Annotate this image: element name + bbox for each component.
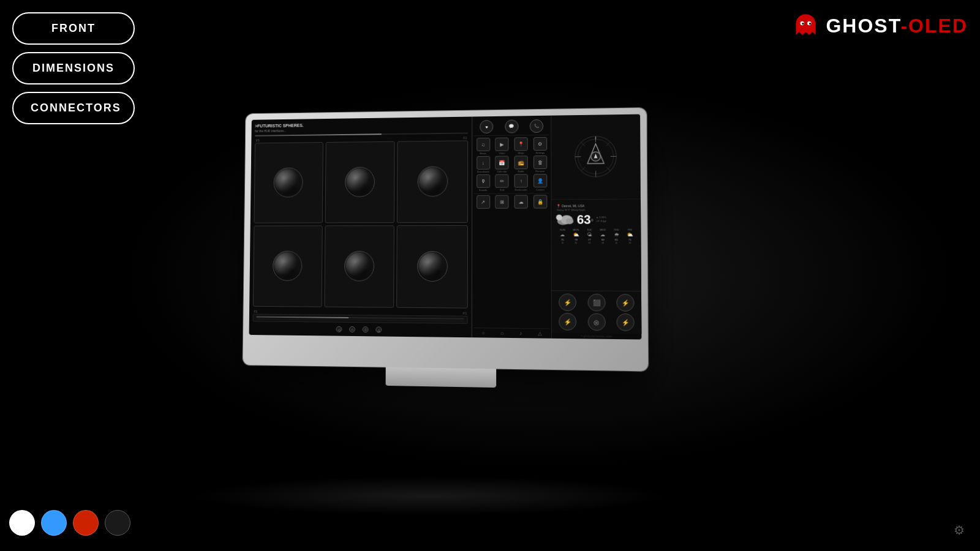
hud-widget xyxy=(551,114,641,200)
app-icon-1[interactable]: ⚡ xyxy=(559,293,576,311)
screen-footer: ◁ ⌂ ♫ △ xyxy=(252,323,468,334)
nav-buttons: FRONT DIMENSIONS CONNECTORS xyxy=(12,12,135,124)
ground-glow xyxy=(184,471,674,520)
sphere-5 xyxy=(324,225,394,308)
icon-downloads[interactable]: ↓Downloads xyxy=(474,156,492,173)
screen-left-panel: >FUTURISTIC SPHERES. for the HUD interfa… xyxy=(249,117,473,338)
icon-radio[interactable]: 📻Radio xyxy=(512,156,530,173)
monitor-outer: >FUTURISTIC SPHERES. for the HUD interfa… xyxy=(243,108,648,371)
icon-contact[interactable]: 👤Contact xyxy=(531,174,549,191)
svg-point-3 xyxy=(809,23,811,24)
svg-line-10 xyxy=(581,143,585,147)
f1-label-b2: F1 xyxy=(463,312,467,315)
weather-days: SUN☁7562 MON⛅7965 TUE🌤7763 WED☁6958 THU🌧… xyxy=(556,227,637,244)
chat-icon[interactable]: 💬 xyxy=(505,119,518,133)
icon-settings[interactable]: ⚙Settings xyxy=(531,137,549,154)
weather-day-sun: SUN☁7562 xyxy=(556,228,569,244)
swatch-dark[interactable] xyxy=(105,510,130,536)
settings-button[interactable]: ⚙ xyxy=(951,522,968,539)
icon-music[interactable]: ♫Music xyxy=(474,138,492,155)
swatch-blue[interactable] xyxy=(41,510,67,536)
swatch-red[interactable] xyxy=(73,510,99,536)
app-icon-4[interactable]: ⚡ xyxy=(559,313,577,331)
svg-line-13 xyxy=(581,167,586,171)
app-icon-6[interactable]: ⚡ xyxy=(616,313,634,331)
weather-temp-value: 63 xyxy=(577,212,591,226)
footer-icon-3[interactable]: ♫ xyxy=(363,326,369,332)
footer-up-icon[interactable]: △ xyxy=(538,331,541,336)
svg-point-2 xyxy=(802,23,804,24)
footer-home-icon[interactable]: ⌂ xyxy=(500,331,503,336)
monitor-stand xyxy=(386,367,497,388)
nav-btn-front[interactable]: FRONT xyxy=(12,12,135,45)
monitor-screen: >FUTURISTIC SPHERES. for the HUD interfa… xyxy=(249,114,642,340)
app-icon-3[interactable]: ⚡ xyxy=(616,294,634,312)
icon-share[interactable]: ↗ xyxy=(474,195,492,209)
weather-day-fri: FRI⛅7159 xyxy=(624,228,636,244)
sphere-3 xyxy=(397,140,468,223)
icon-video[interactable]: ▶Video xyxy=(493,138,511,155)
weather-main: 63° ▲ 8.99% +9° Edge xyxy=(556,212,637,227)
weather-day-tue: TUE🌤7763 xyxy=(583,228,596,244)
footer-icon-1[interactable]: ◁ xyxy=(336,326,342,332)
nav-btn-connectors[interactable]: CONNECTORS xyxy=(12,92,135,124)
ghost-icon xyxy=(792,12,820,40)
credits: © ghost-oled monitor series xyxy=(552,333,641,340)
app-icon-2[interactable]: ⬛ xyxy=(587,294,605,312)
footer-icon-2[interactable]: ⌂ xyxy=(349,326,355,332)
sphere-6 xyxy=(397,225,469,309)
sphere-1 xyxy=(254,142,323,223)
icon-maps[interactable]: 📍Maps xyxy=(512,137,530,154)
icon-lock[interactable]: 🔒 xyxy=(531,195,549,208)
logo-text: GHOST-OLED xyxy=(826,15,968,37)
weather-temp-display: 63° xyxy=(577,212,594,227)
favorite-icon[interactable]: ♥ xyxy=(480,120,494,133)
right-icons-panel: ♥ 💬 📞 ♫Music ▶Video 📍Maps ⚙Settings ↓Dow… xyxy=(472,116,552,339)
logo: GHOST-OLED xyxy=(792,12,968,40)
footer-circle-icon[interactable]: ○ xyxy=(482,330,485,335)
footer-icon-4[interactable]: △ xyxy=(375,326,382,332)
weather-day-mon: MON⛅7965 xyxy=(570,228,582,244)
bottom-action-icons: ↗ ⊞ ☁ 🔒 xyxy=(474,193,549,209)
weather-widget: 📍 Detroit, MI, USA Sunny 95°F Windy 6mph xyxy=(552,199,641,291)
sphere-2 xyxy=(325,141,395,223)
weather-day-wed: WED☁6958 xyxy=(597,228,609,244)
screen-footer-row: ○ ⌂ ♪ △ xyxy=(474,328,549,337)
f5-label: F5 xyxy=(256,138,260,142)
nav-btn-dimensions[interactable]: DIMENSIONS xyxy=(12,52,135,84)
weather-unit: ° xyxy=(591,218,594,225)
icon-edit[interactable]: ✏Edit xyxy=(493,174,511,192)
f1-label-b: F1 xyxy=(254,310,258,313)
monitor: >FUTURISTIC SPHERES. for the HUD interfa… xyxy=(243,108,648,371)
weather-day-thu: THU🌧6555 xyxy=(610,228,623,244)
icon-remove[interactable]: 🗑Remove xyxy=(531,156,549,173)
screen-header: >FUTURISTIC SPHERES. for the HUD interfa… xyxy=(255,121,468,137)
sphere-4 xyxy=(253,225,323,307)
svg-line-11 xyxy=(606,167,611,171)
svg-point-22 xyxy=(556,215,562,221)
footer-music-icon[interactable]: ♪ xyxy=(519,331,522,336)
cloud-icon xyxy=(556,213,575,227)
icon-grid2[interactable]: ⊞ xyxy=(493,195,511,209)
weather-condition: Sunny 95°F Windy 6mph xyxy=(556,208,637,212)
icon-grid-row2: ↓Downloads 📅Calendar 📻Radio 🗑Remove xyxy=(474,156,549,173)
phone-icon[interactable]: 📞 xyxy=(530,119,543,133)
icon-calendar[interactable]: 📅Calendar xyxy=(493,156,511,173)
svg-point-21 xyxy=(566,219,573,225)
icon-grid-row3: 🎙Sounds ✏Edit ↑Bookmarks 👤Contact xyxy=(474,174,549,192)
color-swatches xyxy=(9,510,130,536)
far-right-widgets: 📍 Detroit, MI, USA Sunny 95°F Windy 6mph xyxy=(551,114,641,340)
icon-grid-row1: ♫Music ▶Video 📍Maps ⚙Settings xyxy=(474,137,549,155)
icon-bookmarks[interactable]: ↑Bookmarks xyxy=(512,174,530,191)
icon-sounds[interactable]: 🎙Sounds xyxy=(474,174,492,192)
icon-cloud[interactable]: ☁ xyxy=(512,195,530,208)
spheres-grid xyxy=(253,140,469,309)
svg-line-12 xyxy=(606,142,611,146)
hud-circle-svg xyxy=(572,133,620,180)
weather-stats: ▲ 8.99% +9° Edge xyxy=(596,216,606,223)
top-action-icons: ♥ 💬 📞 xyxy=(474,118,549,137)
app-icon-5[interactable]: ◎ xyxy=(587,313,605,331)
f1-label: F1 xyxy=(464,136,467,140)
swatch-white[interactable] xyxy=(9,510,35,536)
app-icons-widget: ⚡ ⬛ ⚡ ⚡ ◎ ⚡ xyxy=(552,291,641,334)
